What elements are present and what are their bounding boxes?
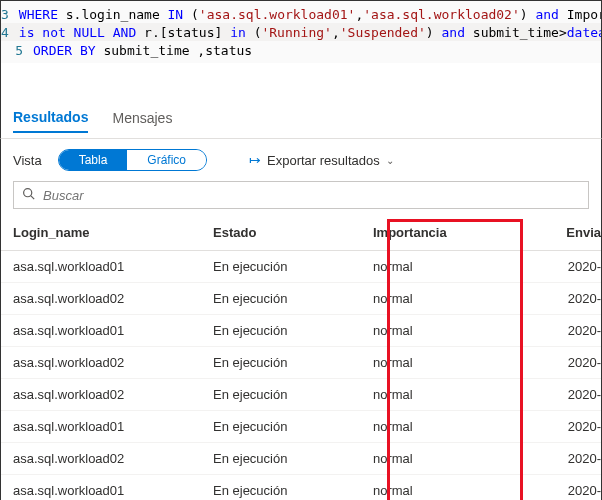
cell-estado: En ejecución (201, 251, 361, 283)
col-header-estado[interactable]: Estado (201, 215, 361, 251)
cell-importancia: normal (361, 251, 481, 283)
export-label: Exportar resultados (267, 153, 380, 168)
table-row[interactable]: asa.sql.workload02En ejecuciónnormal2020… (1, 347, 601, 379)
cell-envia: 2020- (481, 475, 601, 501)
line-number: 4 (1, 25, 19, 40)
table-row[interactable]: asa.sql.workload02En ejecuciónnormal2020… (1, 443, 601, 475)
search-icon (22, 187, 35, 203)
cell-estado: En ejecución (201, 379, 361, 411)
sql-editor[interactable]: 3 WHERE s.login_name IN ('asa.sql.worklo… (0, 0, 602, 63)
cell-envia: 2020- (481, 251, 601, 283)
view-toggle: Tabla Gráfico (58, 149, 207, 171)
cell-login: asa.sql.workload01 (1, 251, 201, 283)
table-row[interactable]: asa.sql.workload01En ejecuciónnormal2020… (1, 251, 601, 283)
code-line-3: WHERE s.login_name IN ('asa.sql.workload… (19, 7, 602, 22)
tab-messages[interactable]: Mensajes (112, 110, 172, 132)
cell-importancia: normal (361, 379, 481, 411)
col-header-importancia[interactable]: Importancia (361, 215, 481, 251)
code-line-4: is not NULL AND r.[status] in ('Running'… (19, 25, 602, 40)
cell-login: asa.sql.workload02 (1, 283, 201, 315)
cell-login: asa.sql.workload01 (1, 315, 201, 347)
cell-envia: 2020- (481, 347, 601, 379)
cell-envia: 2020- (481, 411, 601, 443)
table-row[interactable]: asa.sql.workload01En ejecuciónnormal2020… (1, 411, 601, 443)
svg-point-0 (24, 189, 32, 197)
cell-estado: En ejecución (201, 443, 361, 475)
cell-login: asa.sql.workload01 (1, 411, 201, 443)
cell-estado: En ejecución (201, 283, 361, 315)
cell-envia: 2020- (481, 283, 601, 315)
export-results[interactable]: ↦ Exportar resultados ⌄ (249, 152, 394, 168)
results-toolbar: Vista Tabla Gráfico ↦ Exportar resultado… (0, 139, 602, 181)
toggle-chart[interactable]: Gráfico (127, 150, 206, 170)
tab-results[interactable]: Resultados (13, 109, 88, 133)
cell-envia: 2020- (481, 315, 601, 347)
line-number: 3 (1, 7, 19, 22)
table-row[interactable]: asa.sql.workload02En ejecuciónnormal2020… (1, 379, 601, 411)
table-row[interactable]: asa.sql.workload01En ejecuciónnormal2020… (1, 475, 601, 501)
search-box[interactable] (13, 181, 589, 209)
cell-estado: En ejecución (201, 347, 361, 379)
results-table-wrap: Login_name Estado Importancia Envia asa.… (0, 215, 602, 500)
search-input[interactable] (43, 188, 580, 203)
cell-estado: En ejecución (201, 475, 361, 501)
cell-estado: En ejecución (201, 411, 361, 443)
table-row[interactable]: asa.sql.workload02En ejecuciónnormal2020… (1, 283, 601, 315)
cell-login: asa.sql.workload02 (1, 379, 201, 411)
result-tabs: Resultados Mensajes (0, 103, 602, 139)
line-number: 5 (1, 43, 33, 58)
cell-importancia: normal (361, 283, 481, 315)
cell-login: asa.sql.workload02 (1, 443, 201, 475)
vista-label: Vista (13, 153, 42, 168)
cell-envia: 2020- (481, 443, 601, 475)
cell-importancia: normal (361, 347, 481, 379)
cell-login: asa.sql.workload01 (1, 475, 201, 501)
cell-importancia: normal (361, 475, 481, 501)
export-icon: ↦ (249, 152, 261, 168)
code-line-5: ORDER BY submit_time ,status (33, 43, 252, 58)
chevron-down-icon: ⌄ (386, 155, 394, 166)
table-row[interactable]: asa.sql.workload01En ejecuciónnormal2020… (1, 315, 601, 347)
svg-line-1 (31, 196, 34, 199)
cell-importancia: normal (361, 411, 481, 443)
cell-importancia: normal (361, 315, 481, 347)
col-header-login[interactable]: Login_name (1, 215, 201, 251)
cell-login: asa.sql.workload02 (1, 347, 201, 379)
cell-envia: 2020- (481, 379, 601, 411)
cell-importancia: normal (361, 443, 481, 475)
results-table: Login_name Estado Importancia Envia asa.… (1, 215, 601, 500)
toggle-table[interactable]: Tabla (59, 150, 128, 170)
cell-estado: En ejecución (201, 315, 361, 347)
col-header-envia[interactable]: Envia (481, 215, 601, 251)
